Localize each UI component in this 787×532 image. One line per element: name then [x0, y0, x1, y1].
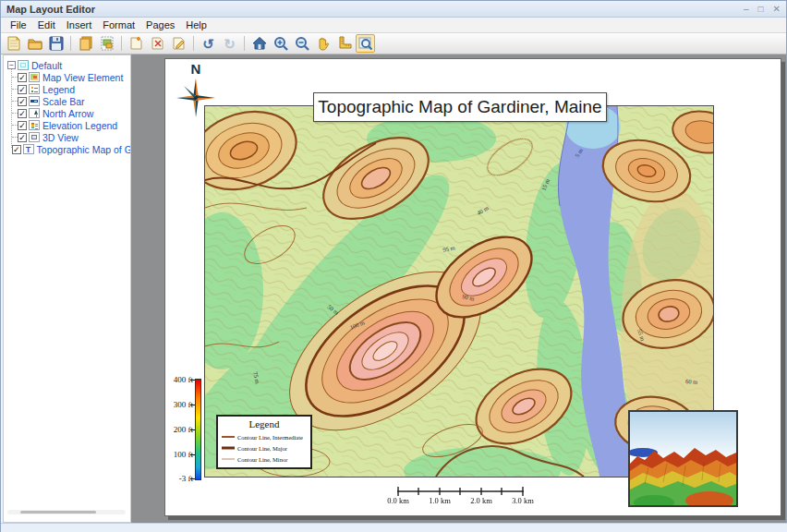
text-element-icon: T	[23, 144, 34, 154]
scale-bar-icon	[29, 96, 40, 106]
zoom-out-button[interactable]	[292, 34, 311, 53]
3d-view-element[interactable]	[628, 410, 738, 507]
close-button[interactable]: ✕	[773, 5, 781, 14]
scrollbar-thumb[interactable]	[20, 511, 96, 514]
undo-button[interactable]: ↺	[199, 34, 218, 53]
tree-item-north-arrow[interactable]: ✓ North Arrow	[7, 107, 130, 119]
contour-intermediate-swatch	[222, 434, 235, 440]
contour-major-swatch	[222, 445, 235, 451]
zoom-box-button[interactable]	[356, 34, 375, 53]
toolbar-separator	[121, 36, 122, 51]
window-bottom-frame	[1, 523, 787, 532]
layout-element-tree-panel: − Default ✓ Map View Element ✓ Legend	[3, 54, 131, 523]
window-title: Map Layout Editor	[6, 4, 744, 15]
checkbox[interactable]: ✓	[18, 73, 27, 82]
zoom-out-icon	[294, 35, 310, 52]
duplicate-pages-button[interactable]	[76, 34, 95, 53]
toolbar-separator	[244, 36, 245, 51]
elevation-legend-element[interactable]: 400 ft 300 ft 200 ft 100 ft -3 ft	[165, 373, 204, 488]
legend-title: Legend	[222, 418, 307, 429]
tree-horizontal-scrollbar[interactable]	[7, 510, 126, 514]
checkbox[interactable]: ✓	[18, 85, 27, 94]
tree-item-legend[interactable]: ✓ Legend	[7, 83, 130, 95]
checkbox[interactable]: ✓	[12, 145, 21, 154]
import-page-button[interactable]	[97, 34, 116, 53]
toolbar-separator	[193, 36, 194, 51]
elevation-legend-icon	[29, 120, 40, 130]
zoom-in-button[interactable]	[271, 34, 290, 53]
redo-icon: ↻	[224, 37, 236, 51]
pan-button[interactable]	[313, 34, 333, 53]
view-3d-icon	[29, 132, 40, 142]
add-page-icon	[128, 35, 145, 52]
pan-hand-icon	[315, 35, 332, 52]
layout-page: N Topogra	[164, 58, 781, 516]
full-view-button[interactable]	[249, 34, 269, 53]
tree-item-topographic-map-text[interactable]: ✓ T Topographic Map of Ga	[7, 143, 130, 155]
add-page-button[interactable]	[127, 34, 146, 53]
save-floppy-icon	[48, 35, 65, 52]
contour-minor-swatch	[222, 456, 235, 462]
tree-item-scale-bar[interactable]: ✓ Scale Bar	[7, 95, 130, 107]
open-layout-button[interactable]	[25, 34, 44, 53]
map-title-text: Topographic Map of Gardiner, Maine	[318, 97, 601, 117]
zoom-box-icon	[357, 35, 374, 52]
toolbar: ↺ ↻	[1, 33, 786, 54]
edit-page-icon	[171, 35, 188, 52]
delete-page-icon	[150, 35, 166, 52]
layout-canvas[interactable]: N Topogra	[131, 54, 786, 523]
measure-button[interactable]	[334, 34, 354, 53]
svg-text:60 m: 60 m	[685, 378, 698, 385]
title-bar[interactable]: Map Layout Editor – □ ✕	[1, 1, 786, 18]
menu-file[interactable]: File	[5, 18, 32, 31]
new-layout-icon	[6, 35, 22, 52]
checkbox[interactable]: ✓	[18, 121, 27, 130]
zoom-in-icon	[272, 35, 289, 52]
3d-terrain-preview	[630, 412, 736, 505]
pages-stack-icon	[78, 35, 94, 52]
minimize-button[interactable]: –	[744, 5, 749, 14]
checkbox[interactable]: ✓	[18, 109, 27, 118]
legend-entry: Contour Line, Major	[222, 442, 307, 453]
menu-help[interactable]: Help	[180, 18, 212, 31]
legend-entry: Contour Line, Intermediate	[222, 431, 307, 442]
elevation-gradient-bar	[195, 379, 201, 480]
menu-insert[interactable]: Insert	[61, 18, 98, 31]
tree-item-elevation-legend[interactable]: ✓ Elevation Legend	[7, 119, 130, 131]
menu-edit[interactable]: Edit	[32, 18, 61, 31]
collapse-icon[interactable]: −	[7, 61, 16, 69]
menu-bar: File Edit Insert Format Pages Help	[1, 18, 786, 33]
redo-button[interactable]: ↻	[220, 34, 239, 53]
save-layout-button[interactable]	[46, 34, 66, 53]
app-window: Map Layout Editor – □ ✕ File Edit Insert…	[0, 0, 787, 532]
delete-page-button[interactable]	[148, 34, 167, 53]
tree-item-map-view-element[interactable]: ✓ Map View Element	[7, 71, 130, 83]
tree-root-default[interactable]: − Default	[7, 59, 130, 71]
legend-entry: Contour Line, Minor	[222, 453, 307, 465]
measure-ruler-icon	[336, 35, 353, 52]
layout-root-icon	[18, 60, 29, 70]
new-layout-button[interactable]	[4, 34, 23, 53]
map-title-element[interactable]: Topographic Map of Gardiner, Maine	[313, 92, 607, 122]
north-arrow-tree-icon	[29, 108, 40, 118]
tree-item-3d-view[interactable]: ✓ 3D View	[7, 131, 130, 143]
open-folder-icon	[27, 35, 43, 52]
legend-element[interactable]: Legend Contour Line, Intermediate Contou…	[216, 415, 312, 469]
checkbox[interactable]: ✓	[18, 97, 27, 106]
menu-pages[interactable]: Pages	[140, 18, 180, 31]
checkbox[interactable]: ✓	[18, 133, 27, 142]
main-area: − Default ✓ Map View Element ✓ Legend	[1, 54, 787, 523]
maximize-button[interactable]: □	[758, 5, 764, 14]
undo-icon: ↺	[202, 37, 214, 51]
north-label: N	[175, 61, 217, 77]
edit-page-button[interactable]	[169, 34, 188, 53]
home-icon	[251, 35, 268, 52]
scale-bar-element[interactable]: 0.0 km 1.0 km 2.0 km 3.0 km	[397, 484, 524, 508]
legend-icon	[29, 84, 40, 94]
tree-root-label: Default	[31, 60, 62, 71]
page-image-icon	[99, 35, 115, 52]
toolbar-separator	[70, 36, 71, 51]
map-view-icon	[29, 72, 40, 82]
menu-format[interactable]: Format	[97, 18, 140, 31]
